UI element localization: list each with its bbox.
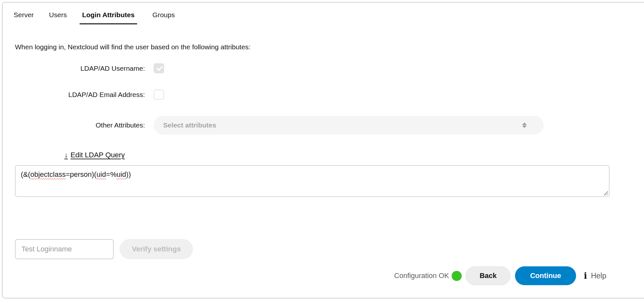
help-label: Help	[591, 272, 606, 280]
description-text: When logging in, Nextcloud will find the…	[15, 43, 644, 51]
tab-content: When logging in, Nextcloud will find the…	[3, 43, 644, 285]
tab-users[interactable]: Users	[49, 11, 67, 23]
tab-groups[interactable]: Groups	[152, 11, 175, 23]
login-attributes-form: LDAP/AD Username: LDAP/AD Email Address:…	[15, 63, 644, 285]
back-button[interactable]: Back	[466, 266, 511, 285]
ldap-wizard-panel: Server Users Login Attributes Groups Whe…	[2, 2, 644, 298]
email-checkbox[interactable]	[154, 90, 164, 100]
wizard-footer: Configuration OK Back Continue i Help	[15, 266, 644, 285]
arrow-down-icon: ↓	[64, 151, 68, 159]
username-checkbox	[154, 63, 164, 73]
info-icon: i	[584, 271, 587, 281]
query-text: uid	[97, 170, 106, 178]
edit-ldap-query-label: Edit LDAP Query	[71, 151, 125, 159]
username-row: LDAP/AD Username:	[15, 63, 644, 73]
query-text: uid	[117, 170, 126, 178]
attributes-select-placeholder: Select attributes	[163, 121, 216, 129]
help-link[interactable]: i Help	[584, 271, 606, 281]
attributes-select[interactable]: Select attributes	[154, 116, 544, 135]
query-text: =%	[106, 170, 116, 178]
tab-bar: Server Users Login Attributes Groups	[3, 3, 644, 24]
other-attributes-row: Other Attributes: Select attributes	[15, 116, 644, 135]
chevron-updown-icon	[522, 123, 527, 128]
other-attributes-label: Other Attributes:	[15, 121, 145, 129]
status-ok-dot-icon	[452, 271, 462, 281]
ldap-query-textarea[interactable]: (&(objectclass=person)(uid=%uid))	[15, 165, 610, 197]
query-text: =person)(	[66, 170, 97, 178]
configuration-status-label: Configuration OK	[394, 272, 449, 280]
verify-settings-button: Verify settings	[120, 239, 193, 259]
query-text: objectclass	[30, 170, 66, 178]
query-text: (&(	[21, 170, 30, 178]
email-row: LDAP/AD Email Address:	[15, 90, 644, 100]
email-label: LDAP/AD Email Address:	[15, 91, 145, 99]
resize-handle-icon[interactable]	[603, 190, 608, 195]
query-text: ))	[126, 170, 131, 178]
edit-ldap-query-link[interactable]: ↓Edit LDAP Query	[64, 151, 125, 159]
test-loginname-input[interactable]	[15, 239, 114, 259]
test-login-row: Verify settings	[15, 239, 644, 259]
continue-button[interactable]: Continue	[515, 266, 576, 285]
tab-login-attributes[interactable]: Login Attributes	[80, 11, 137, 24]
tab-server[interactable]: Server	[14, 11, 34, 23]
username-label: LDAP/AD Username:	[15, 65, 145, 72]
